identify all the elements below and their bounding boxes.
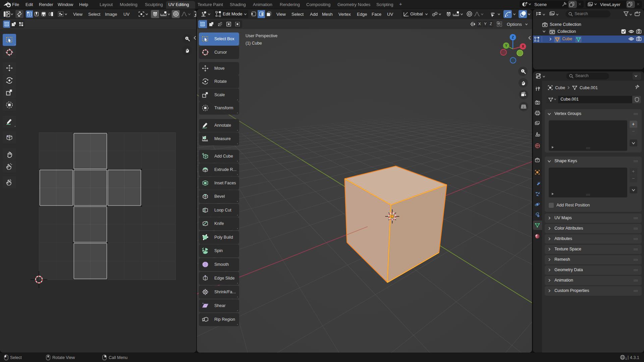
svg-text:Y: Y — [505, 44, 507, 48]
svg-text:Z: Z — [512, 36, 514, 39]
svg-text:X: X — [522, 45, 524, 48]
